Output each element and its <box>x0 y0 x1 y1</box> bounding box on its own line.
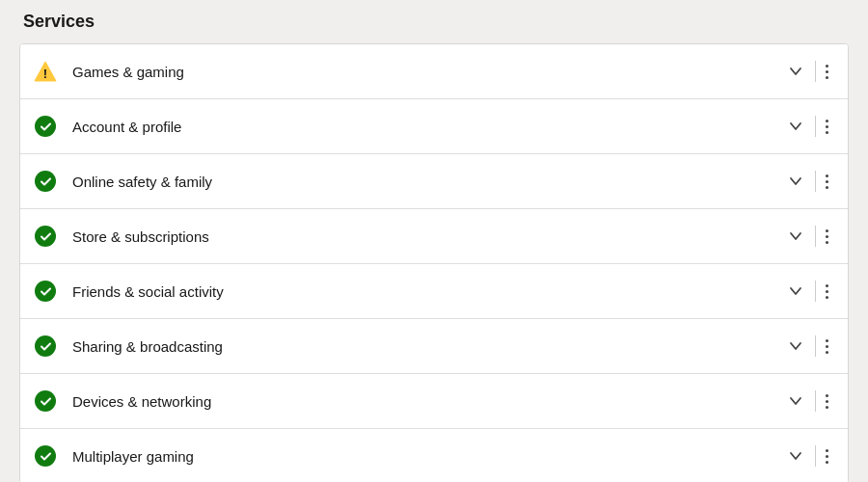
action-divider <box>815 445 816 467</box>
service-item-friends-social: Friends & social activity <box>20 264 848 319</box>
check-icon <box>32 333 59 360</box>
chevron-down-icon <box>788 174 803 189</box>
action-divider <box>815 335 816 357</box>
more-button-games-gaming[interactable] <box>818 59 836 85</box>
action-divider <box>815 281 816 302</box>
more-button-sharing-broadcasting[interactable] <box>818 334 836 360</box>
action-divider <box>815 390 816 412</box>
more-button-friends-social[interactable] <box>818 279 836 305</box>
service-name-games-gaming: Games & gaming <box>72 64 778 80</box>
service-item-sharing-broadcasting: Sharing & broadcasting <box>20 319 848 374</box>
check-icon <box>32 442 59 469</box>
expand-button-devices-networking[interactable] <box>778 388 813 415</box>
more-button-store-subscriptions[interactable] <box>818 224 836 250</box>
check-circle <box>35 226 56 247</box>
service-name-sharing-broadcasting: Sharing & broadcasting <box>72 338 778 355</box>
chevron-down-icon <box>788 448 803 464</box>
expand-button-games-gaming[interactable] <box>778 58 813 85</box>
check-circle <box>35 281 56 302</box>
more-dots-icon <box>826 174 828 189</box>
more-dots-icon <box>826 284 828 299</box>
service-name-multiplayer-gaming: Multiplayer gaming <box>72 448 778 465</box>
more-dots-icon <box>826 120 828 134</box>
action-divider <box>815 61 816 82</box>
service-actions-online-safety <box>778 168 836 195</box>
chevron-down-icon <box>788 393 803 409</box>
service-actions-devices-networking <box>778 388 836 415</box>
service-actions-games-gaming <box>778 58 836 85</box>
check-circle <box>35 390 56 412</box>
chevron-down-icon <box>788 64 803 79</box>
expand-button-account-profile[interactable] <box>778 113 813 140</box>
more-button-account-profile[interactable] <box>818 114 836 140</box>
service-actions-friends-social <box>778 278 836 305</box>
service-name-devices-networking: Devices & networking <box>72 393 778 410</box>
service-actions-multiplayer-gaming <box>778 442 836 469</box>
service-name-friends-social: Friends & social activity <box>72 283 778 300</box>
service-item-games-gaming: ! Games & gaming <box>20 44 848 99</box>
service-item-account-profile: Account & profile <box>20 99 848 154</box>
more-button-online-safety[interactable] <box>818 169 836 195</box>
check-circle <box>35 335 56 357</box>
check-icon <box>32 388 59 415</box>
service-actions-store-subscriptions <box>778 223 836 250</box>
expand-button-friends-social[interactable] <box>778 278 813 305</box>
more-dots-icon <box>826 449 828 464</box>
more-dots-icon <box>826 339 828 354</box>
expand-button-multiplayer-gaming[interactable] <box>778 442 813 469</box>
more-dots-icon <box>826 229 828 244</box>
warning-triangle: ! <box>34 61 57 82</box>
service-item-multiplayer-gaming: Multiplayer gaming <box>20 429 848 482</box>
service-name-account-profile: Account & profile <box>72 119 778 135</box>
panel-title: Services <box>19 12 849 32</box>
services-list: ! Games & gaming Account & profile Onlin… <box>19 43 849 482</box>
service-item-devices-networking: Devices & networking <box>20 374 848 429</box>
action-divider <box>815 116 816 137</box>
svg-text:!: ! <box>43 67 47 81</box>
expand-button-store-subscriptions[interactable] <box>778 223 813 250</box>
service-name-store-subscriptions: Store & subscriptions <box>72 228 778 245</box>
more-button-devices-networking[interactable] <box>818 388 836 415</box>
service-item-store-subscriptions: Store & subscriptions <box>20 209 848 264</box>
warning-icon: ! <box>32 58 59 85</box>
expand-button-online-safety[interactable] <box>778 168 813 195</box>
service-name-online-safety: Online safety & family <box>72 174 778 190</box>
action-divider <box>815 226 816 247</box>
service-actions-account-profile <box>778 113 836 140</box>
expand-button-sharing-broadcasting[interactable] <box>778 333 813 360</box>
chevron-down-icon <box>788 228 803 244</box>
service-item-online-safety: Online safety & family <box>20 154 848 209</box>
check-icon <box>32 168 59 195</box>
chevron-down-icon <box>788 119 803 134</box>
chevron-down-icon <box>788 338 803 354</box>
service-actions-sharing-broadcasting <box>778 333 836 360</box>
services-panel: Services ! Games & gaming Account & prof… <box>19 12 849 482</box>
action-divider <box>815 171 816 192</box>
check-icon <box>32 113 59 140</box>
more-button-multiplayer-gaming[interactable] <box>818 443 836 469</box>
check-icon <box>32 223 59 250</box>
check-circle <box>35 116 56 137</box>
more-dots-icon <box>826 65 828 79</box>
check-circle <box>35 171 56 192</box>
check-circle <box>35 445 56 467</box>
check-icon <box>32 278 59 305</box>
chevron-down-icon <box>788 283 803 299</box>
more-dots-icon <box>826 394 828 409</box>
